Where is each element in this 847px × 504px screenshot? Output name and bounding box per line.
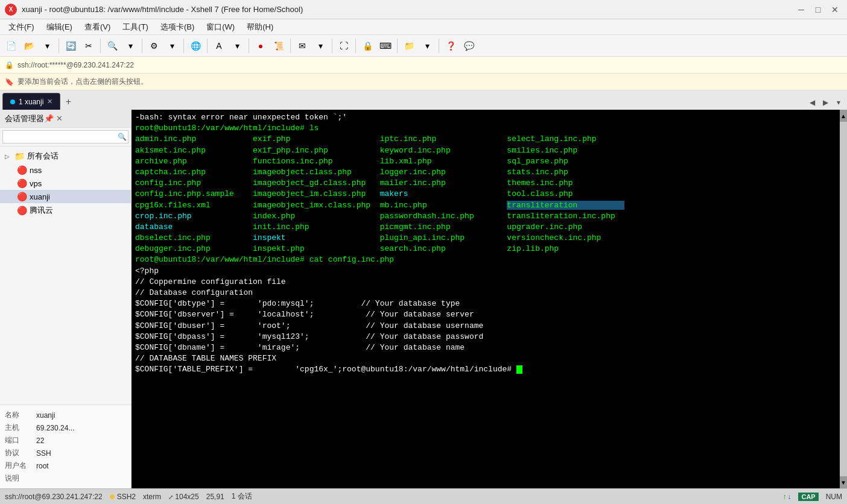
sidebar-title: 会话管理器	[5, 113, 44, 124]
toolbar-sep-7	[290, 39, 291, 53]
tab-add-button[interactable]: +	[60, 94, 76, 110]
toolbar-dropdown4[interactable]: ▾	[229, 37, 246, 54]
sidebar-tree: ▷ 📁 所有会话 🔴 nss 🔴 vps 🔴 xuanji 🔴 腾讯云	[0, 146, 131, 405]
prop-name: 名称 xuanji	[0, 409, 131, 421]
tree-label-nss: nss	[30, 166, 42, 175]
toolbar-sep-1	[59, 39, 59, 53]
terminal-line: cpg16x.files.xml imageobject_imx.class.p…	[135, 200, 836, 211]
tab-dot	[10, 99, 15, 104]
toolbar-lock[interactable]: 🔒	[359, 37, 376, 54]
close-button[interactable]: ✕	[828, 2, 842, 17]
sidebar-header-icons: 📌 ✕	[44, 114, 63, 123]
menu-bar: 文件(F) 编辑(E) 查看(V) 工具(T) 选项卡(B) 窗口(W) 帮助(…	[0, 19, 847, 35]
toolbar-dropdown2[interactable]: ▾	[122, 37, 139, 54]
prop-val-username: root	[36, 462, 49, 470]
toolbar-refresh[interactable]: 🔄	[62, 37, 79, 54]
sidebar-pin-icon[interactable]: 📌	[44, 114, 54, 123]
terminal-line: $CONFIG['dbuser'] = 'root'; // Your data…	[135, 321, 836, 332]
main-content: 会话管理器 📌 ✕ 🔍 ▷ 📁 所有会话 🔴 nss 🔴 vps	[0, 110, 847, 488]
right-scrollbar[interactable]: ▲ ▼	[840, 110, 847, 488]
info-text: 要添加当前会话，点击左侧的箭头按钮。	[17, 77, 148, 87]
sidebar-close-icon[interactable]: ✕	[56, 114, 63, 123]
menu-file[interactable]: 文件(F)	[2, 20, 40, 34]
tree-item-xuanji[interactable]: 🔴 xuanji	[0, 190, 131, 203]
toolbar-dropdown6[interactable]: ▾	[419, 37, 436, 54]
tree-root[interactable]: ▷ 📁 所有会话	[0, 149, 131, 163]
server-icon-tencent: 🔴	[17, 206, 27, 215]
tree-expand-icon: ▷	[5, 153, 12, 160]
terminal-line: captcha.inc.php imageobject.class.php lo…	[135, 167, 836, 178]
tree-item-nss[interactable]: 🔴 nss	[0, 163, 131, 177]
menu-window[interactable]: 窗口(W)	[200, 20, 241, 34]
toolbar-script[interactable]: 📜	[270, 37, 287, 54]
toolbar-record[interactable]: ●	[252, 37, 269, 54]
toolbar-sep-11	[439, 39, 439, 53]
tab-label: 1 xuanji	[19, 98, 43, 106]
sidebar-properties: 名称 xuanji 主机 69.230.24... 端口 22 协议 SSH 用…	[0, 405, 131, 488]
status-term-type: xterm	[143, 493, 161, 501]
toolbar-dropdown5[interactable]: ▾	[312, 37, 329, 54]
toolbar-find[interactable]: 🔍	[104, 37, 121, 54]
title-bar: X xuanji - root@ubuntu18: /var/www/html/…	[0, 0, 847, 19]
terminal-line: $CONFIG['dbtype'] = 'pdo:mysql'; // Your…	[135, 298, 836, 309]
terminal[interactable]: -bash: syntax error near unexpected toke…	[132, 110, 840, 488]
upload-arrow-icon: ↑	[782, 493, 786, 501]
tab-close-icon[interactable]: ✕	[47, 98, 52, 106]
address-bar: 🔒 ssh://root:******@69.230.241.247:22	[0, 57, 847, 74]
status-right: ↑ ↓ CAP NUM	[782, 493, 842, 501]
scroll-down-btn[interactable]: ▼	[840, 476, 847, 488]
scroll-up-btn[interactable]: ▲	[840, 110, 847, 122]
info-icon: 🔖	[5, 78, 14, 86]
toolbar-sep-5	[207, 39, 208, 53]
num-indicator: NUM	[826, 493, 842, 501]
toolbar-open[interactable]: 📂	[21, 37, 37, 54]
toolbar-globe[interactable]: 🌐	[187, 37, 204, 54]
search-input[interactable]	[2, 130, 128, 143]
menu-tabs[interactable]: 选项卡(B)	[154, 20, 200, 34]
toolbar-dropdown3[interactable]: ▾	[163, 37, 180, 54]
menu-view[interactable]: 查看(V)	[78, 20, 116, 34]
tree-item-tencent[interactable]: 🔴 腾讯云	[0, 203, 131, 218]
server-icon-vps: 🔴	[17, 178, 27, 188]
terminal-wrapper: -bash: syntax error near unexpected toke…	[132, 110, 840, 488]
prop-protocol: 协议 SSH	[0, 447, 131, 459]
lock-icon: 🔒	[5, 61, 14, 69]
toolbar-settings[interactable]: ⚙	[145, 37, 162, 54]
toolbar-font[interactable]: A	[211, 37, 227, 54]
tab-nav-prev[interactable]: ◀	[806, 96, 818, 109]
terminal-line: root@ubuntu18:/var/www/html/include# cat…	[135, 254, 836, 265]
status-connection-dot	[110, 494, 115, 499]
prop-username: 用户名 root	[0, 459, 131, 472]
tree-label-tencent: 腾讯云	[30, 205, 53, 216]
maximize-button[interactable]: □	[811, 2, 825, 17]
menu-help[interactable]: 帮助(H)	[241, 20, 279, 34]
terminal-line: crop.inc.php index.php passwordhash.inc.…	[135, 211, 836, 222]
toolbar-sep-6	[249, 39, 249, 53]
toolbar-keyboard[interactable]: ⌨	[377, 37, 394, 54]
ssh-address: ssh://root:******@69.230.241.247:22	[17, 61, 134, 69]
toolbar-fullscreen[interactable]: ⛶	[335, 37, 352, 54]
terminal-line: $CONFIG['dbserver'] = 'localhost'; // Yo…	[135, 309, 836, 320]
tree-item-vps[interactable]: 🔴 vps	[0, 177, 131, 190]
download-arrow-icon: ↓	[787, 493, 791, 501]
toolbar-help[interactable]: ❓	[442, 37, 459, 54]
info-bar: 🔖 要添加当前会话，点击左侧的箭头按钮。	[0, 74, 847, 90]
toolbar-disconnect[interactable]: ✂	[80, 37, 97, 54]
toolbar-compose[interactable]: ✉	[294, 37, 311, 54]
toolbar-transfer[interactable]: 📁	[401, 37, 417, 54]
tab-xuanji[interactable]: 1 xuanji ✕	[2, 93, 60, 110]
menu-tools[interactable]: 工具(T)	[116, 20, 154, 34]
prop-key-host: 主机	[5, 423, 34, 433]
minimize-button[interactable]: ─	[794, 2, 808, 17]
menu-edit[interactable]: 编辑(E)	[40, 20, 78, 34]
tree-root-label: 所有会话	[27, 151, 59, 162]
tab-nav-next[interactable]: ▶	[819, 96, 831, 109]
toolbar-sep-4	[183, 39, 184, 53]
tab-nav-dropdown[interactable]: ▾	[833, 96, 845, 109]
toolbar-chat[interactable]: 💬	[460, 37, 477, 54]
toolbar-dropdown1[interactable]: ▾	[39, 37, 56, 54]
window-controls: ─ □ ✕	[794, 2, 842, 17]
toolbar-new[interactable]: 📄	[2, 37, 19, 54]
server-icon-xuanji: 🔴	[17, 192, 27, 201]
status-size: ⤢ 104x25	[168, 493, 199, 501]
